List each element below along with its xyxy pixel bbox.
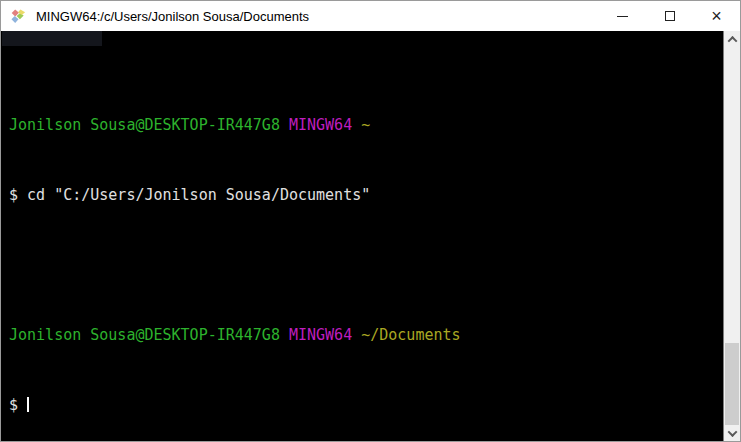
window-body: Jonilson Sousa@DESKTOP-IR447G8 MINGW64 ~… (1, 31, 740, 441)
prompt-line: Jonilson Sousa@DESKTOP-IR447G8 MINGW64 ~… (9, 327, 723, 345)
maximize-button[interactable] (646, 1, 693, 31)
prompt-path: ~ (361, 116, 370, 134)
chevron-down-icon (727, 427, 737, 437)
close-icon: × (711, 7, 722, 25)
caption-controls: × (599, 1, 740, 31)
scroll-down-button[interactable] (724, 425, 740, 441)
text-cursor (27, 397, 29, 412)
prompt-line: Jonilson Sousa@DESKTOP-IR447G8 MINGW64 ~ (9, 117, 723, 135)
terminal-screen[interactable]: Jonilson Sousa@DESKTOP-IR447G8 MINGW64 ~… (1, 31, 723, 441)
scrollbar-thumb[interactable] (725, 343, 739, 425)
window-title: MINGW64:/c/Users/Jonilson Sousa/Document… (36, 9, 599, 24)
vertical-scrollbar[interactable] (723, 31, 740, 441)
scroll-up-button[interactable] (724, 31, 740, 47)
prompt-env: MINGW64 (289, 326, 352, 344)
prompt-user-host: Jonilson Sousa@DESKTOP-IR447G8 (9, 116, 280, 134)
chevron-up-icon (727, 35, 737, 45)
close-button[interactable]: × (693, 1, 740, 31)
minimize-icon (617, 16, 628, 17)
git-bash-app-icon[interactable] (10, 8, 27, 25)
prompt-path: ~/Documents (361, 326, 460, 344)
command-line: $ cd "C:/Users/Jonilson Sousa/Documents" (9, 187, 723, 205)
screen-artifact (2, 31, 102, 46)
input-line: $ (9, 397, 723, 415)
prompt-user-host: Jonilson Sousa@DESKTOP-IR447G8 (9, 326, 280, 344)
blank-line (9, 257, 723, 275)
maximize-icon (665, 11, 675, 21)
titlebar[interactable]: MINGW64:/c/Users/Jonilson Sousa/Document… (1, 1, 740, 31)
prompt-symbol: $ (9, 396, 18, 414)
minimize-button[interactable] (599, 1, 646, 31)
prompt-env: MINGW64 (289, 116, 352, 134)
git-bash-window: MINGW64:/c/Users/Jonilson Sousa/Document… (0, 0, 741, 442)
